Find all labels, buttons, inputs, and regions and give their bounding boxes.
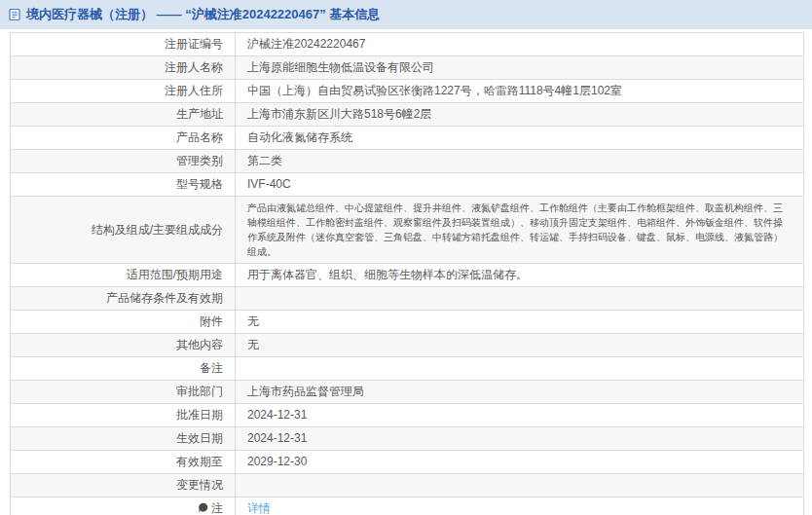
row-value: 上海原能细胞生物低温设备有限公司 bbox=[236, 56, 804, 80]
row-label: 注册证编号 bbox=[165, 37, 223, 51]
row-label: 备注 bbox=[200, 361, 223, 375]
table-row: 批准日期 2024-12-31 bbox=[11, 404, 804, 427]
table-row: 有效期至 2029-12-30 bbox=[11, 451, 804, 474]
row-label: 注册人住所 bbox=[165, 84, 223, 97]
info-table-body: 注册证编号 沪械注准20242220467 注册人名称 上海原能细胞生物低温设备… bbox=[11, 33, 804, 515]
row-value: 详情 bbox=[236, 497, 804, 515]
row-value: 无 bbox=[236, 311, 804, 334]
row-label: 注 bbox=[211, 501, 223, 515]
row-label: 变更情况 bbox=[176, 478, 223, 492]
row-label: 附件 bbox=[200, 314, 223, 328]
table-row: 变更情况 bbox=[11, 474, 804, 497]
row-value: 2029-12-30 bbox=[236, 451, 804, 474]
detail-link[interactable]: 详情 bbox=[247, 501, 271, 515]
row-label: 注册人名称 bbox=[165, 60, 223, 74]
page-title: 境内医疗器械（注册） —— “沪械注准20242220467” 基本信息 bbox=[26, 6, 380, 23]
table-row: 审批部门 上海市药品监督管理局 bbox=[11, 381, 804, 404]
page-header: 境内医疗器械（注册） —— “沪械注准20242220467” 基本信息 bbox=[0, 0, 812, 29]
row-label: 产品储存条件及有效期 bbox=[106, 291, 223, 305]
row-value: 第二类 bbox=[236, 150, 804, 173]
row-value bbox=[236, 474, 804, 497]
row-value: IVF-40C bbox=[236, 173, 804, 197]
row-label: 其他内容 bbox=[176, 338, 223, 351]
row-value bbox=[236, 287, 804, 311]
row-value: 用于离体器官、组织、细胞等生物样本的深低温储存。 bbox=[236, 264, 804, 287]
table-row: 其他内容 无 bbox=[11, 334, 804, 357]
row-value: 上海市药品监督管理局 bbox=[236, 381, 804, 404]
row-value: 自动化液氮储存系统 bbox=[236, 127, 804, 150]
row-value: 无 bbox=[236, 334, 804, 357]
row-label: 生效日期 bbox=[176, 431, 223, 445]
row-value: 产品由液氮罐总组件、中心提篮组件、提升井组件、液氮铲盘组件、工作舱组件（主要由工… bbox=[236, 197, 804, 264]
row-value: 2024-12-31 bbox=[236, 404, 804, 427]
row-label: 结构及组成/主要组成成分 bbox=[92, 223, 223, 237]
row-label: 审批部门 bbox=[176, 385, 223, 398]
table-row: 型号规格 IVF-40C bbox=[11, 173, 804, 197]
row-value: 沪械注准20242220467 bbox=[236, 33, 804, 56]
row-label: 管理类别 bbox=[176, 154, 223, 167]
table-row: 产品储存条件及有效期 bbox=[11, 287, 804, 311]
table-row: 注 详情 bbox=[11, 497, 804, 515]
table-row: 附件 无 bbox=[11, 311, 804, 334]
table-row: 适用范围/预期用途 用于离体器官、组织、细胞等生物样本的深低温储存。 bbox=[11, 264, 804, 287]
row-label: 产品名称 bbox=[176, 130, 223, 144]
table-row: 注册人住所 中国（上海）自由贸易试验区张衡路1227号，哈雷路1118号4幢1层… bbox=[11, 80, 804, 103]
table-row: 备注 bbox=[11, 357, 804, 381]
table-row: 管理类别 第二类 bbox=[11, 150, 804, 173]
row-value: 上海市浦东新区川大路518号6幢2层 bbox=[236, 103, 804, 127]
document-icon bbox=[8, 8, 21, 21]
row-value: 2024-12-31 bbox=[236, 427, 804, 451]
row-value: 中国（上海）自由贸易试验区张衡路1227号，哈雷路1118号4幢1层102室 bbox=[236, 80, 804, 103]
note-icon bbox=[198, 502, 208, 513]
row-label: 批准日期 bbox=[176, 408, 223, 422]
row-label: 有效期至 bbox=[176, 455, 223, 468]
table-row: 产品名称 自动化液氮储存系统 bbox=[11, 127, 804, 150]
row-label: 型号规格 bbox=[176, 177, 223, 191]
table-row: 结构及组成/主要组成成分 产品由液氮罐总组件、中心提篮组件、提升井组件、液氮铲盘… bbox=[11, 197, 804, 264]
table-row: 注册人名称 上海原能细胞生物低温设备有限公司 bbox=[11, 56, 804, 80]
table-row: 生产地址 上海市浦东新区川大路518号6幢2层 bbox=[11, 103, 804, 127]
table-row: 注册证编号 沪械注准20242220467 bbox=[11, 33, 804, 56]
info-table: 注册证编号 沪械注准20242220467 注册人名称 上海原能细胞生物低温设备… bbox=[10, 32, 804, 515]
row-label: 适用范围/预期用途 bbox=[127, 268, 223, 281]
row-label: 生产地址 bbox=[176, 107, 223, 121]
row-value bbox=[236, 357, 804, 381]
table-row: 生效日期 2024-12-31 bbox=[11, 427, 804, 451]
